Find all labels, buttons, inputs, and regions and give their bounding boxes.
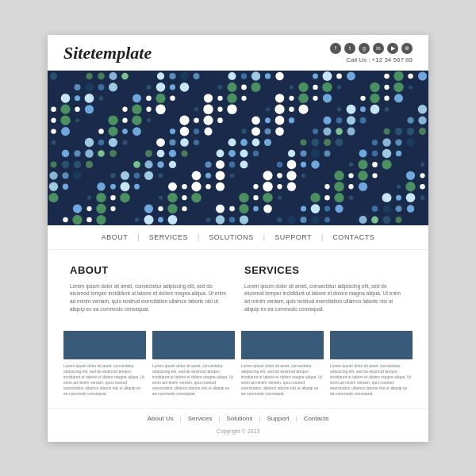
facebook-icon[interactable]: f [330, 43, 341, 54]
call-us-text: Call Us : +12 34 567 89 [330, 56, 413, 63]
about-text: Lorem ipsum dolor sit amet, consectetur … [70, 282, 232, 313]
google-icon[interactable]: g [359, 43, 370, 54]
hero-banner [48, 71, 428, 225]
copyright-text: Copyright © 2013 [48, 426, 428, 442]
thumb-img-3 [241, 331, 324, 359]
thumb-text-3: Lorem ipsum dolor sit amet, consectetur … [241, 363, 324, 397]
thumb-item-2: Lorem ipsum dolor sit amet, consectetur … [152, 331, 235, 397]
footer-support[interactable]: Support [261, 415, 296, 422]
main-nav: ABOUT | SERVICES | SOLUTIONS | SUPPORT |… [48, 225, 428, 250]
thumbnails-row: Lorem ipsum dolor sit amet, consectetur … [48, 323, 428, 408]
footer-contacts[interactable]: Contacts [298, 415, 336, 422]
thumb-item-1: Lorem ipsum dolor sit amet, consectetur … [63, 331, 146, 397]
thumb-text-4: Lorem ipsum dolor sit amet, consectetur … [330, 363, 413, 397]
thumb-img-2 [152, 331, 235, 359]
page-wrapper: Sitetemplate f t g in ▶ ⊕ Call Us : +12 … [48, 35, 428, 442]
thumb-item-3: Lorem ipsum dolor sit amet, consectetur … [241, 331, 324, 397]
dots-canvas [48, 71, 428, 225]
main-content: ABOUT Lorem ipsum dolor sit amet, consec… [48, 250, 428, 323]
thumb-img-4 [330, 331, 413, 359]
footer-nav: About Us | Services | Solutions | Suppor… [48, 408, 428, 426]
nav-solutions[interactable]: SOLUTIONS [199, 233, 263, 241]
logo: Sitetemplate [63, 43, 152, 63]
thumb-img-1 [63, 331, 146, 359]
services-text: Lorem ipsum dolor sit amet, consectetur … [244, 282, 406, 313]
footer-solutions[interactable]: Solutions [221, 415, 259, 422]
rss-icon[interactable]: ⊕ [401, 43, 413, 54]
nav-services[interactable]: SERVICES [140, 233, 198, 241]
nav-about[interactable]: ABOUT [92, 233, 138, 241]
linkedin-icon[interactable]: in [373, 43, 384, 54]
about-section: ABOUT Lorem ipsum dolor sit amet, consec… [63, 264, 238, 313]
footer-about[interactable]: About Us [141, 415, 180, 422]
services-title: SERVICES [244, 264, 406, 276]
nav-support[interactable]: SUPPORT [265, 233, 321, 241]
footer-services[interactable]: Services [182, 415, 219, 422]
twitter-icon[interactable]: t [344, 43, 355, 54]
social-icons: f t g in ▶ ⊕ [330, 43, 413, 54]
thumb-text-1: Lorem ipsum dolor sit amet, consectetur … [63, 363, 146, 397]
youtube-icon[interactable]: ▶ [387, 43, 398, 54]
header-right: f t g in ▶ ⊕ Call Us : +12 34 567 89 [330, 43, 413, 63]
thumb-text-2: Lorem ipsum dolor sit amet, consectetur … [152, 363, 235, 397]
nav-contacts[interactable]: CONTACTS [323, 233, 384, 241]
services-section: SERVICES Lorem ipsum dolor sit amet, con… [238, 264, 413, 313]
header: Sitetemplate f t g in ▶ ⊕ Call Us : +12 … [48, 35, 428, 71]
thumb-item-4: Lorem ipsum dolor sit amet, consectetur … [330, 331, 413, 397]
about-title: ABOUT [70, 264, 232, 276]
